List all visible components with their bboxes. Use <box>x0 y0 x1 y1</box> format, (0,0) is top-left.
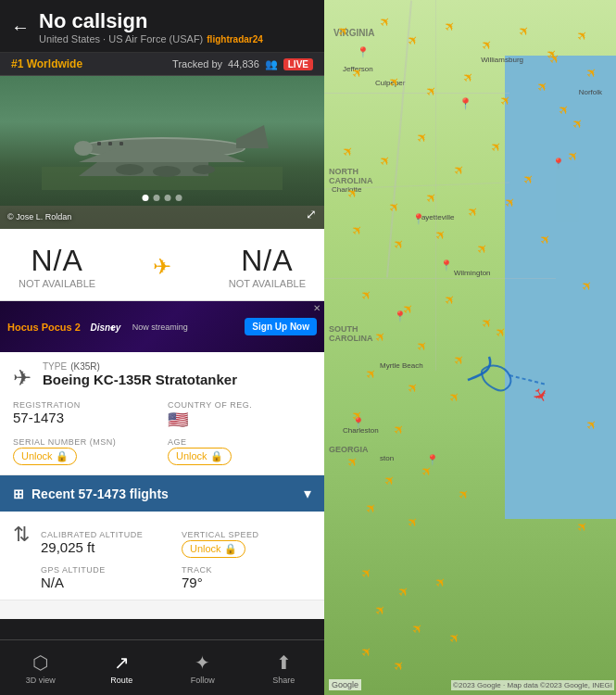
type-label: TYPE (K35R) <box>43 361 311 372</box>
nav-share-label: Share <box>272 676 295 685</box>
live-badge: LIVE <box>283 58 313 70</box>
country-label: COUNTRY OF REG. <box>168 400 311 410</box>
nav-route-label: Route <box>110 676 132 685</box>
header: ← No callsign United States · US Air For… <box>0 0 324 53</box>
vert-speed-item: VERTICAL SPEED Unlock 🔒 <box>182 530 311 558</box>
gps-altitude-value: N/A <box>41 575 170 590</box>
svg-rect-10 <box>97 142 101 145</box>
dest-label: NOT AVAILABLE <box>229 278 306 289</box>
header-subtitle: United States · US Air Force (USAF) flig… <box>39 33 313 44</box>
bottom-navigation: ⬡ 3D view ↗ Route ✦ Follow ⬆ Share <box>0 639 324 695</box>
recent-flights-title: ⊞ Recent 57-1473 flights <box>13 486 169 501</box>
dest-code: N/A <box>229 244 306 278</box>
track-item: TRACK 79° <box>182 565 311 590</box>
cal-altitude-value: 29,025 ft <box>41 539 170 555</box>
recent-flights-header[interactable]: ⊞ Recent 57-1473 flights ▾ <box>0 475 324 512</box>
worldwide-rank: #1 Worldwide <box>11 57 82 70</box>
altitude-icon: ⇅ <box>13 523 30 547</box>
chevron-down-icon: ▾ <box>304 485 311 502</box>
svg-rect-12 <box>119 142 123 145</box>
track-value: 79° <box>182 575 311 590</box>
type-code: (K35R) <box>70 361 100 372</box>
route-icon: ↗ <box>114 651 130 674</box>
google-attribution: Google <box>329 679 361 690</box>
grid-icon: ⊞ <box>13 486 24 501</box>
scrollable-content: © Jose L. Roldan ⤢ N/A NOT AVAILABLE ✈ N… <box>0 76 324 695</box>
origin-label: NOT AVAILABLE <box>19 278 95 289</box>
ad-banner[interactable]: Hocus Pocus 2 Disney + Now streaming Sig… <box>0 301 324 352</box>
nav-3d-label: 3D view <box>26 676 56 685</box>
page-title: No callsign <box>39 9 313 33</box>
chesapeake-bay <box>509 74 542 185</box>
country-item: COUNTRY OF REG. 🇺🇸 <box>168 400 311 430</box>
registration-item: REGISTRATION 57-1473 <box>13 400 157 430</box>
altitude-section: ⇅ CALIBRATED ALTITUDE 29,025 ft VERTICAL… <box>0 512 324 600</box>
cal-altitude-item: CALIBRATED ALTITUDE 29,025 ft <box>41 530 170 558</box>
nav-follow-label: Follow <box>191 676 215 685</box>
registration-label: REGISTRATION <box>13 400 157 410</box>
vert-speed-unlock-button[interactable]: Unlock 🔒 <box>182 540 245 558</box>
nav-follow[interactable]: ✦ Follow <box>162 651 244 685</box>
origin-code: N/A <box>19 244 95 278</box>
nav-3d-view[interactable]: ⬡ 3D view <box>0 651 82 685</box>
age-label: AGE <box>168 437 311 447</box>
nav-route[interactable]: ↗ Route <box>82 651 163 685</box>
gps-altitude-item: GPS ALTITUDE N/A <box>41 565 170 590</box>
age-unlock-button[interactable]: Unlock 🔒 <box>168 448 232 465</box>
svg-rect-11 <box>108 142 112 145</box>
age-item: AGE Unlock 🔒 <box>168 437 311 465</box>
fr24-logo: flightradar24 <box>207 34 263 44</box>
serial-item: SERIAL NUMBER (MSN) Unlock 🔒 <box>13 437 157 465</box>
share-icon: ⬆ <box>276 651 292 674</box>
expand-button[interactable]: ⤢ <box>306 207 317 221</box>
svg-text:+: + <box>110 322 115 332</box>
registration-value: 57-1473 <box>13 410 157 425</box>
3d-view-icon: ⬡ <box>32 651 48 674</box>
aircraft-type-name: Boeing KC-135R Stratotanker <box>43 372 311 387</box>
aircraft-type-icon: ✈ <box>13 365 31 391</box>
aircraft-info: ✈ TYPE (K35R) Boeing KC-135R Stratotanke… <box>0 352 324 475</box>
ad-signup-button[interactable]: Sign Up Now <box>245 318 317 335</box>
map-copyright: ©2023 Google · Map data ©2023 Google, IN… <box>451 680 614 690</box>
tracking-info: Tracked by 44,836 👥 LIVE <box>172 58 313 70</box>
country-flag: 🇺🇸 <box>168 410 311 430</box>
svg-point-7 <box>153 166 181 177</box>
svg-point-6 <box>116 164 144 175</box>
map-background: VIRGINIA NORTHCAROLINA SOUTHCAROLINA GEO… <box>324 0 616 695</box>
vert-speed-label: VERTICAL SPEED <box>182 530 311 539</box>
svg-text:Disney: Disney <box>90 322 120 332</box>
photo-dots <box>143 195 182 201</box>
svg-point-9 <box>74 141 93 156</box>
ad-streaming-label: Now streaming <box>132 322 237 332</box>
ad-hocus: Hocus Pocus 2 <box>7 322 81 333</box>
svg-point-8 <box>193 165 215 174</box>
stats-bar: #1 Worldwide Tracked by 44,836 👥 LIVE <box>0 53 324 76</box>
gps-altitude-label: GPS ALTITUDE <box>41 565 170 575</box>
follow-icon: ✦ <box>195 651 210 674</box>
photo-credit: © Jose L. Roldan <box>7 212 71 221</box>
route-arrow-icon: ✈ <box>153 254 171 280</box>
serial-unlock-button[interactable]: Unlock 🔒 <box>13 448 77 465</box>
ad-close-button[interactable]: ✕ <box>313 303 321 313</box>
nav-share[interactable]: ⬆ Share <box>244 651 325 685</box>
aircraft-photo: © Jose L. Roldan ⤢ <box>0 76 324 229</box>
cal-altitude-label: CALIBRATED ALTITUDE <box>41 530 170 539</box>
header-info: No callsign United States · US Air Force… <box>39 9 313 44</box>
tracked-count: 44,836 <box>228 58 259 70</box>
serial-label: SERIAL NUMBER (MSN) <box>13 437 157 447</box>
map-area[interactable]: VIRGINIA NORTHCAROLINA SOUTHCAROLINA GEO… <box>324 0 616 695</box>
route-section: N/A NOT AVAILABLE ✈ N/A NOT AVAILABLE <box>0 229 324 301</box>
track-label: TRACK <box>182 565 311 575</box>
svg-marker-5 <box>236 125 269 148</box>
back-button[interactable]: ← <box>11 17 30 38</box>
